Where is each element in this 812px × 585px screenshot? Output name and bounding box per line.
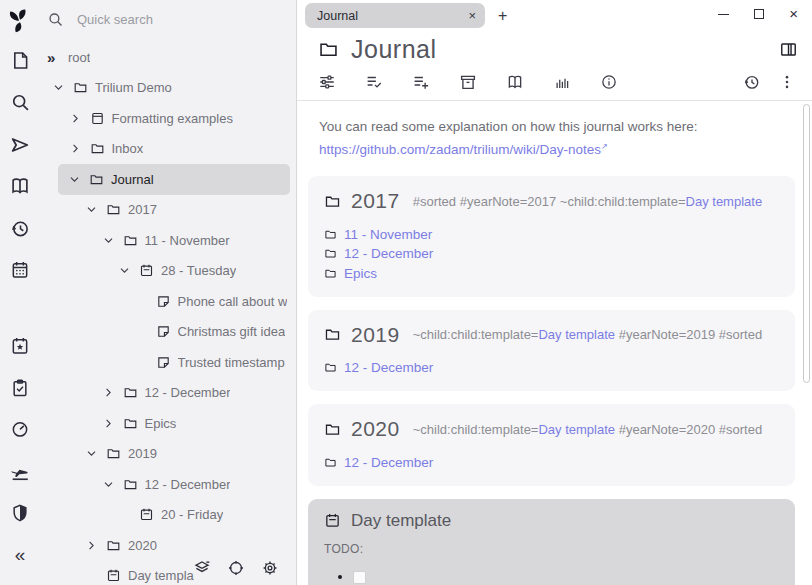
card-header: 2017 #sorted #yearNote=2017 ~child:child… xyxy=(324,189,779,213)
close-button[interactable]: × xyxy=(789,9,798,19)
chevron-right-icon[interactable] xyxy=(69,112,85,125)
quick-search[interactable] xyxy=(40,0,296,38)
collapse-panel-icon[interactable]: « xyxy=(8,543,32,567)
tree-item-28-tuesday[interactable]: 28 - Tuesday xyxy=(40,256,296,287)
new-note-icon[interactable] xyxy=(8,49,32,73)
note-paths-icon[interactable] xyxy=(459,73,477,91)
chevron-down-icon[interactable] xyxy=(102,478,118,491)
tree-item-formatting-examples[interactable]: Formatting examples xyxy=(40,103,296,134)
child-note-item: Epics xyxy=(324,263,779,283)
maximize-button[interactable] xyxy=(754,9,764,19)
chevron-right-icon[interactable] xyxy=(69,142,85,155)
calendar-note-icon xyxy=(324,512,341,529)
day-notes-wiki-link[interactable]: https://github.com/zadam/trilium/wiki/Da… xyxy=(319,142,601,157)
day-template-card: Day template TODO: xyxy=(308,499,795,585)
chevron-right-icon[interactable] xyxy=(85,539,101,552)
tree-item-11-november[interactable]: 11 - November xyxy=(40,225,296,256)
folder-icon xyxy=(324,326,341,343)
chevron-down-icon[interactable] xyxy=(52,81,68,94)
year-title-link[interactable]: 2020 xyxy=(351,417,400,441)
tree-item-2020[interactable]: 2020 xyxy=(40,530,296,561)
basic-properties-icon[interactable] xyxy=(318,73,336,91)
recent-changes-icon[interactable] xyxy=(8,216,32,240)
note-stats-icon[interactable] xyxy=(553,73,571,91)
double-chevron-right-icon[interactable]: » xyxy=(47,49,63,66)
day-template-title[interactable]: Day template xyxy=(351,511,451,531)
year-title-link[interactable]: 2019 xyxy=(351,323,400,347)
folder-icon xyxy=(324,228,337,241)
tree-settings-gear-icon[interactable] xyxy=(261,559,279,581)
tree-item-12-december-2019[interactable]: 12 - December xyxy=(40,469,296,500)
open-book-icon[interactable] xyxy=(8,175,32,199)
more-menu-kebab-icon[interactable] xyxy=(778,73,796,91)
search-icon[interactable] xyxy=(8,91,32,115)
tree-item-phone-call[interactable]: Phone call about w xyxy=(40,286,296,317)
inherited-attributes-icon[interactable] xyxy=(412,73,430,91)
tree-item-root[interactable]: » root xyxy=(40,42,296,73)
folder-icon xyxy=(106,202,121,217)
tree-item-20-friday[interactable]: 20 - Friday xyxy=(40,500,296,531)
calendar-icon[interactable] xyxy=(8,258,32,282)
tree-item-12-december-2017[interactable]: 12 - December xyxy=(40,378,296,409)
chevron-down-icon[interactable] xyxy=(118,264,134,277)
quick-search-input[interactable] xyxy=(64,12,274,27)
child-note-link[interactable]: Epics xyxy=(344,266,377,281)
tab-title: Journal xyxy=(317,9,468,23)
split-pane-icon[interactable] xyxy=(779,40,798,59)
tree-item-trilium-demo[interactable]: Trilium Demo xyxy=(40,73,296,104)
year-title-link[interactable]: 2017 xyxy=(351,189,400,213)
chevron-down-icon[interactable] xyxy=(102,234,118,247)
chevron-right-icon[interactable] xyxy=(102,417,118,430)
dashboard-icon[interactable] xyxy=(8,418,32,442)
chevron-down-icon[interactable] xyxy=(85,447,101,460)
scroll-to-active-note-icon[interactable] xyxy=(227,559,245,581)
travel-icon[interactable] xyxy=(8,459,32,483)
collapse-subtree-icon[interactable] xyxy=(193,559,211,581)
app-window: « » root Trilium Demo xyxy=(0,0,812,585)
folder-icon xyxy=(106,538,121,553)
child-note-link[interactable]: 12 - December xyxy=(344,455,433,470)
tree-item-2017[interactable]: 2017 xyxy=(40,195,296,226)
content-scrollbar-thumb[interactable] xyxy=(803,104,810,383)
note-attributes: ~child:child:template=Day template #year… xyxy=(413,422,762,437)
child-note-item: 11 - November xyxy=(324,224,779,244)
minimize-button[interactable] xyxy=(718,14,729,15)
child-note-link[interactable]: 12 - December xyxy=(344,246,433,261)
ribbon-left-group xyxy=(318,73,618,91)
task-list-icon[interactable] xyxy=(8,376,32,400)
year-card-2017: 2017 #sorted #yearNote=2017 ~child:child… xyxy=(308,176,795,297)
day-template-link[interactable]: Day template xyxy=(538,422,615,437)
tree-item-christmas-gift[interactable]: Christmas gift idea xyxy=(40,317,296,348)
tab-journal[interactable]: Journal × xyxy=(305,3,485,28)
bookmarked-day-icon[interactable] xyxy=(8,334,32,358)
child-note-link[interactable]: 12 - December xyxy=(344,360,433,375)
todo-checkbox[interactable] xyxy=(353,571,366,584)
tree-item-inbox[interactable]: Inbox xyxy=(40,134,296,165)
chevron-right-icon[interactable] xyxy=(102,386,118,399)
tree-item-trusted-timestamp[interactable]: Trusted timestamp xyxy=(40,347,296,378)
protected-session-icon[interactable] xyxy=(8,501,32,525)
day-template-link[interactable]: Day template xyxy=(686,194,763,209)
folder-icon xyxy=(123,233,138,248)
folder-icon xyxy=(89,172,104,187)
tree-item-2019[interactable]: 2019 xyxy=(40,439,296,470)
child-note-item: 12 - December xyxy=(324,452,779,472)
day-template-link[interactable]: Day template xyxy=(538,327,615,342)
note-revisions-icon[interactable] xyxy=(743,73,761,91)
new-tab-button[interactable]: + xyxy=(498,7,507,25)
note-icon xyxy=(156,294,171,309)
jump-to-note-icon[interactable] xyxy=(8,133,32,157)
info-icon[interactable] xyxy=(600,73,618,91)
child-note-link[interactable]: 11 - November xyxy=(344,227,432,242)
tab-close-icon[interactable]: × xyxy=(468,8,476,23)
owned-attributes-icon[interactable] xyxy=(365,73,383,91)
tree-item-epics[interactable]: Epics xyxy=(40,408,296,439)
folder-icon xyxy=(324,267,337,280)
book-properties-icon[interactable] xyxy=(506,73,524,91)
tree-item-journal-selected[interactable]: Journal xyxy=(58,164,290,195)
chevron-down-icon[interactable] xyxy=(85,203,101,216)
folder-icon xyxy=(318,39,339,60)
chevron-down-icon[interactable] xyxy=(68,173,84,186)
window-controls: × xyxy=(718,9,798,19)
note-title[interactable]: Journal xyxy=(351,35,437,64)
